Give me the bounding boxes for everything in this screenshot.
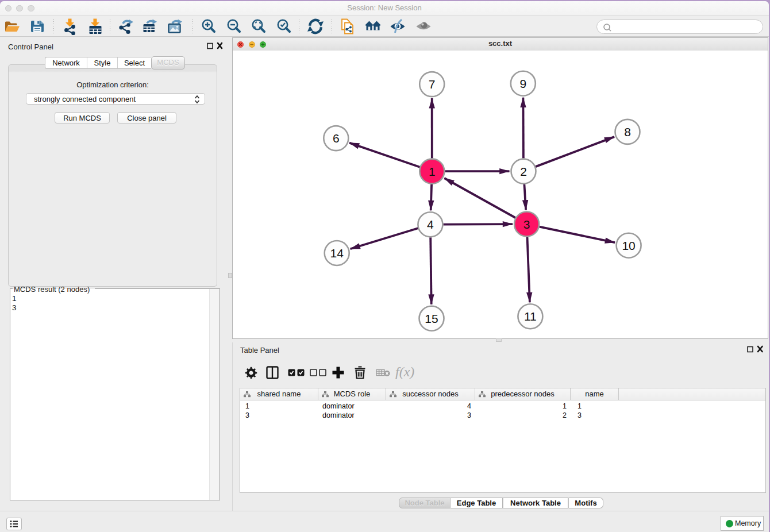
svg-text:9: 9 [519, 76, 526, 90]
svg-text:4: 4 [427, 218, 434, 231]
svg-text:7: 7 [429, 78, 436, 91]
svg-text:2: 2 [520, 164, 527, 178]
svg-text:3: 3 [523, 217, 530, 230]
svg-text:11: 11 [524, 310, 537, 323]
svg-text:8: 8 [624, 125, 631, 138]
svg-text:14: 14 [330, 246, 344, 260]
svg-text:1: 1 [429, 164, 436, 178]
svg-text:6: 6 [333, 132, 340, 145]
svg-text:10: 10 [622, 238, 635, 252]
svg-text:15: 15 [425, 311, 438, 325]
